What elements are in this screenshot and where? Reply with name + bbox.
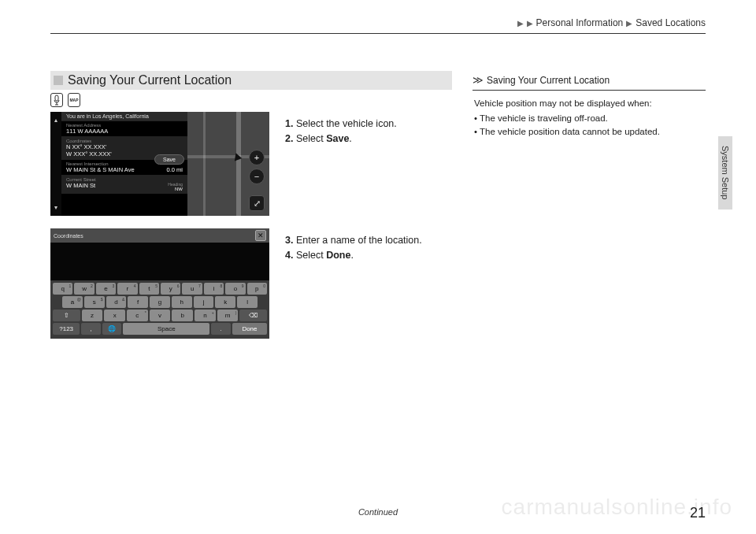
step-2: 2. Select Save. xyxy=(285,132,452,146)
side-tab-label: System Setup xyxy=(721,146,730,199)
key-symbols[interactable]: ?123 xyxy=(53,323,80,335)
footer-continued: Continued xyxy=(358,507,398,517)
map-road xyxy=(203,112,206,216)
keyboard-row-4: ?123 , 🌐 Space . Done xyxy=(53,323,267,335)
key-v[interactable]: v xyxy=(150,310,171,321)
map-road xyxy=(236,112,241,216)
key-w[interactable]: w2 xyxy=(74,283,94,295)
key-j[interactable]: j xyxy=(194,296,214,308)
mode-icons: MAP xyxy=(50,93,80,107)
key-shift[interactable]: ⇧ xyxy=(53,310,80,321)
up-arrow-icon: ▴ xyxy=(54,117,57,124)
key-y[interactable]: y6 xyxy=(161,283,180,295)
step-text: Select xyxy=(296,250,326,261)
step-bold: Save xyxy=(326,133,349,144)
step-number: 2. xyxy=(285,133,293,144)
coordinates-value-1: N XX° XX.XXX' xyxy=(66,143,183,150)
zoom-out-button[interactable]: − xyxy=(249,169,265,184)
step-number: 3. xyxy=(285,235,293,246)
key-n[interactable]: n+ xyxy=(195,310,216,321)
breadcrumb-level1: Personal Information xyxy=(536,17,624,28)
nearest-intersection-dist: 0.0 mi xyxy=(167,166,183,173)
chevron-right-icon: ▶ xyxy=(527,19,533,28)
step-text: Select xyxy=(296,133,326,144)
step-text: . xyxy=(350,250,353,261)
key-l[interactable]: l xyxy=(237,296,258,308)
key-b[interactable]: b xyxy=(172,310,193,321)
step-text: Enter a name of the location. xyxy=(296,235,422,246)
step-number: 1. xyxy=(285,118,293,129)
keyboard-input-bar: Coordinates ✕ xyxy=(50,228,269,243)
key-k[interactable]: k xyxy=(215,296,235,308)
keyboard-row-3: ⇧ z x c* v b n+ m) ⌫ xyxy=(53,310,267,321)
key-space[interactable]: Space xyxy=(123,323,209,335)
input-field-label[interactable]: Coordinates xyxy=(54,233,83,239)
sidebar-note-intro: Vehicle position may not be displayed wh… xyxy=(474,97,706,110)
location-title: You are in Los Angeles, California xyxy=(61,112,187,121)
key-s[interactable]: s$ xyxy=(84,296,105,308)
chevron-right-icon: ▶ xyxy=(626,19,632,28)
keyboard-gap xyxy=(50,243,269,280)
svg-rect-0 xyxy=(55,95,58,101)
side-tab-bar: System Setup xyxy=(718,63,732,504)
key-q[interactable]: q1 xyxy=(53,283,72,295)
side-tab-active: System Setup xyxy=(718,136,732,210)
current-street-row: Current Street W MAIN St Heading NW xyxy=(61,176,187,194)
key-f[interactable]: f xyxy=(128,296,148,308)
key-e[interactable]: e3 xyxy=(96,283,116,295)
heading-text: Saving Your Current Location xyxy=(68,73,232,87)
key-d[interactable]: d& xyxy=(106,296,127,308)
breadcrumb-level2: Saved Locations xyxy=(636,17,706,28)
sidebar-note-title: Saving Your Current Location xyxy=(487,73,610,87)
step-text: Select the vehicle icon. xyxy=(296,118,397,129)
key-g[interactable]: g xyxy=(150,296,170,308)
step-number: 4. xyxy=(285,250,293,261)
fullscreen-button[interactable]: ⤢ xyxy=(249,195,265,211)
save-button[interactable]: Save xyxy=(154,154,184,165)
top-rule xyxy=(50,33,706,34)
heading-value: NW xyxy=(168,187,183,191)
key-done[interactable]: Done xyxy=(232,323,267,335)
key-o[interactable]: o9 xyxy=(225,283,245,295)
section-heading: Saving Your Current Location xyxy=(50,71,452,90)
map-view[interactable]: + − ⤢ xyxy=(187,112,269,216)
keyboard-row-2: a@ s$ d& f g h j k l xyxy=(53,296,267,308)
voice-icon xyxy=(50,93,63,107)
step-bold: Done xyxy=(326,250,350,261)
instructions-block-2: 3. Enter a name of the location. 4. Sele… xyxy=(285,233,452,263)
key-c[interactable]: c* xyxy=(127,310,148,321)
current-street-value: W MAIN St xyxy=(66,182,95,191)
key-z[interactable]: z xyxy=(82,310,103,321)
side-tab-slot xyxy=(718,63,732,136)
sidebar-note-body: Vehicle position may not be displayed wh… xyxy=(472,97,706,139)
info-panel: You are in Los Angeles, California Neare… xyxy=(61,112,187,216)
screenshot-keyboard: Coordinates ✕ q1 w2 e3 r4 t5 y6 u7 i8 o9… xyxy=(50,228,269,339)
scroll-arrows: ▴ ▾ xyxy=(50,112,61,216)
chevron-right-icon: ▶ xyxy=(517,19,524,28)
heading-bullet-icon xyxy=(54,76,63,85)
key-i[interactable]: i8 xyxy=(204,283,224,295)
sidebar-note-title-row: ≫ Saving Your Current Location xyxy=(472,72,706,91)
breadcrumb: ▶ ▶ Personal Information ▶ Saved Locatio… xyxy=(517,17,706,28)
instructions-block-1: 1. Select the vehicle icon. 2. Select Sa… xyxy=(285,117,452,146)
key-period[interactable]: . xyxy=(211,323,230,335)
map-icon: MAP xyxy=(68,93,80,107)
key-h[interactable]: h xyxy=(172,296,192,308)
key-u[interactable]: u7 xyxy=(182,283,202,295)
key-t[interactable]: t5 xyxy=(139,283,159,295)
sidebar-note-bullet: The vehicle position data cannot be upda… xyxy=(474,125,706,139)
key-globe[interactable]: 🌐 xyxy=(102,323,121,335)
nearest-address-value: 111 W AAAAAA xyxy=(66,128,183,135)
key-p[interactable]: p0 xyxy=(247,283,267,295)
close-button[interactable]: ✕ xyxy=(255,230,266,241)
screenshot-location-info: ▴ ▾ You are in Los Angeles, California N… xyxy=(50,112,269,216)
key-backspace[interactable]: ⌫ xyxy=(239,310,267,321)
zoom-in-button[interactable]: + xyxy=(249,150,265,165)
key-a[interactable]: a@ xyxy=(62,296,83,308)
key-m[interactable]: m) xyxy=(217,310,239,321)
key-comma[interactable]: , xyxy=(81,323,100,335)
sidebar-note: ≫ Saving Your Current Location Vehicle p… xyxy=(472,72,706,139)
key-x[interactable]: x xyxy=(104,310,125,321)
key-r[interactable]: r4 xyxy=(117,283,137,295)
step-text: . xyxy=(349,133,351,144)
